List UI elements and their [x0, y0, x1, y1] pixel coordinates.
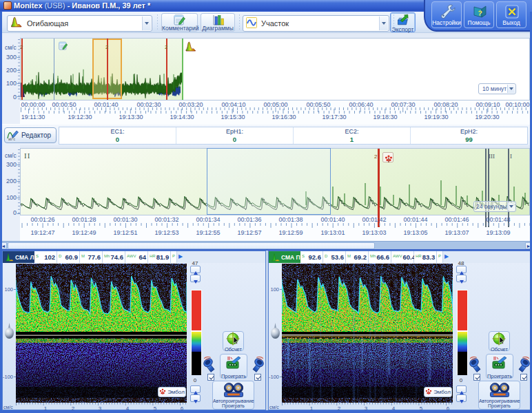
svg-text:ab*c: ab*c — [8, 137, 16, 141]
